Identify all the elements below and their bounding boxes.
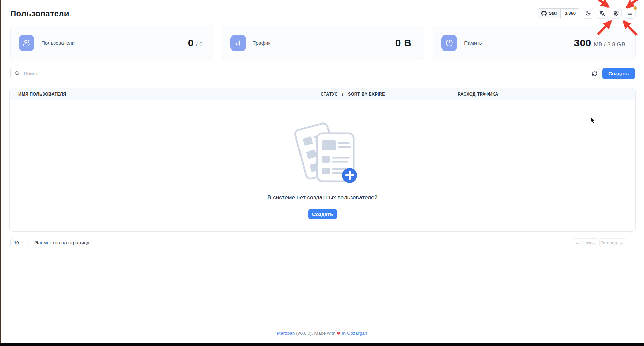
traffic-icon xyxy=(230,35,246,51)
stat-card-traffic: Трафик 0 B xyxy=(222,26,425,60)
search-input[interactable] xyxy=(10,68,216,79)
language-button[interactable] xyxy=(597,8,608,19)
page-size-value: 10 xyxy=(14,240,19,245)
page-size-select[interactable]: 10 xyxy=(10,238,28,247)
refresh-icon xyxy=(592,71,597,76)
heart-icon: ❤ xyxy=(337,331,340,336)
stat-label: Трафик xyxy=(253,40,270,46)
next-label: Вперед xyxy=(601,240,617,245)
plus-circle-icon xyxy=(342,168,357,183)
menu-button[interactable] xyxy=(625,8,636,19)
stat-value: 300 xyxy=(574,37,591,49)
dark-mode-button[interactable] xyxy=(583,8,594,19)
annotation-arrow-top-left xyxy=(593,0,609,7)
empty-state-message: В системе нет созданных пользователей xyxy=(10,194,635,201)
chevron-down-icon xyxy=(21,241,25,245)
create-user-button[interactable]: Создать xyxy=(602,68,635,79)
empty-state-create-button[interactable]: Создать xyxy=(308,209,337,219)
settings-button[interactable] xyxy=(611,8,622,19)
stat-value: 0 xyxy=(188,37,194,49)
stat-label: Пользователи xyxy=(41,40,75,46)
moon-icon xyxy=(585,10,591,16)
gear-icon xyxy=(613,10,619,16)
marzban-users-page: Пользователи Star 3,360 xyxy=(0,0,644,346)
memory-icon xyxy=(441,35,457,51)
footer-preposition: in xyxy=(342,331,346,336)
prev-page-button[interactable]: ← Назад xyxy=(573,238,598,247)
window-left-edge xyxy=(0,0,1,346)
github-star-count: 3,360 xyxy=(561,9,580,18)
stats-row: Пользователи 0 / 0 Трафик 0 B Память 300 xyxy=(10,26,636,60)
github-star-label: Star xyxy=(548,11,557,16)
refresh-button[interactable] xyxy=(589,68,600,79)
page-title: Пользователи xyxy=(10,9,69,18)
stat-suffix: MB / 3.8 GB xyxy=(594,41,625,48)
window-bottom-bar xyxy=(0,343,644,346)
prev-label: Назад xyxy=(582,240,596,245)
header-toolbar: Star 3,360 xyxy=(538,8,636,19)
stat-value: 0 B xyxy=(395,37,412,49)
footer: Marzban (v0.6.0), Made with ❤ in Gozarga… xyxy=(0,331,644,336)
left-arrow-icon: ← xyxy=(575,240,580,245)
stat-card-users: Пользователи 0 / 0 xyxy=(10,26,213,60)
users-table: ИМЯ ПОЛЬЗОВАТЕЛЯ СТАТУС / SORT BY EXPIRE… xyxy=(9,88,636,232)
empty-documents-illustration xyxy=(287,120,358,187)
notification-dot xyxy=(634,6,637,10)
next-page-button[interactable]: Вперед → xyxy=(599,238,626,247)
stat-suffix: / 0 xyxy=(196,41,203,48)
footer-version-text: (v0.6.0), Made with xyxy=(296,331,335,336)
stat-label: Память xyxy=(464,40,482,46)
stat-card-memory: Память 300 MB / 3.8 GB xyxy=(433,26,636,60)
translate-icon xyxy=(599,10,605,16)
search-box xyxy=(10,68,216,79)
github-icon xyxy=(541,11,547,16)
per-page-label: Элементов на страницу xyxy=(34,240,89,245)
marzban-link[interactable]: Marzban xyxy=(277,331,295,336)
users-icon xyxy=(19,35,34,51)
hamburger-icon xyxy=(627,10,633,16)
right-arrow-icon: → xyxy=(619,240,624,245)
search-icon xyxy=(14,71,20,76)
gozargah-link[interactable]: Gozargah xyxy=(347,331,367,336)
empty-state: В системе нет созданных пользователей Со… xyxy=(10,88,635,219)
github-star-widget[interactable]: Star 3,360 xyxy=(538,8,580,18)
